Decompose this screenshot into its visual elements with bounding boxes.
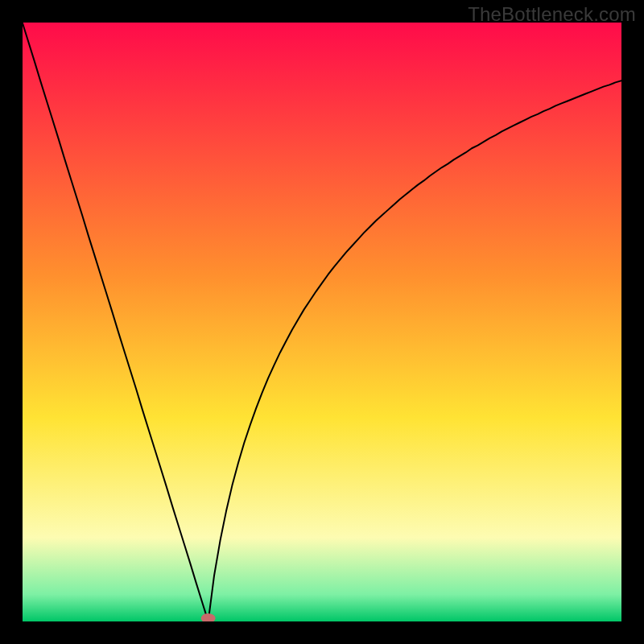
gradient-background [23,23,621,621]
bottleneck-chart [23,23,621,621]
chart-container: TheBottleneck.com [0,0,644,644]
